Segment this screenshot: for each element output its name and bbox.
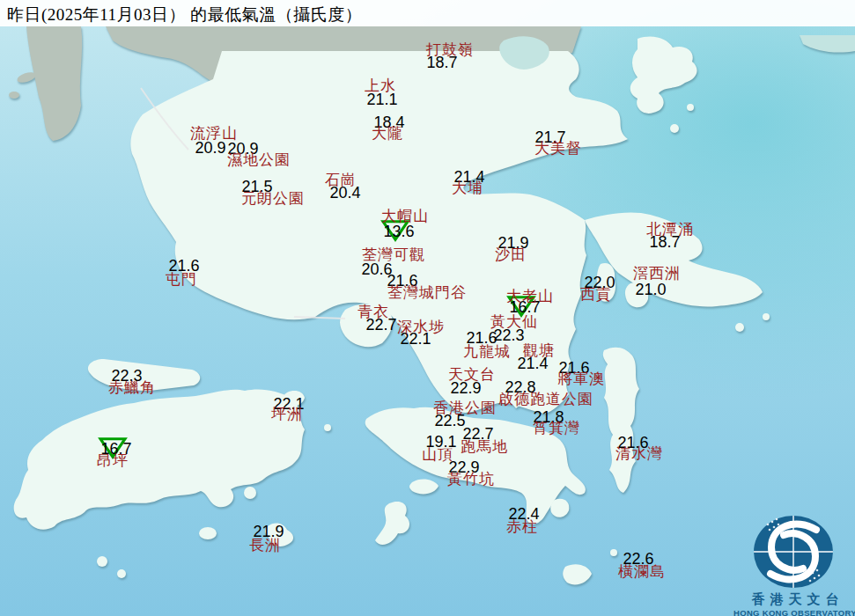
station-label: 屯門: [166, 269, 197, 290]
station-label: 大埔: [452, 178, 483, 198]
station-label: 西貢: [580, 284, 612, 304]
station-label: 上水: [365, 76, 396, 96]
station-label: 跑馬地: [461, 436, 508, 457]
station-label: 荃灣可觀: [362, 245, 425, 265]
station-label: 濕地公園: [227, 150, 291, 170]
station-label: 大美督: [534, 138, 582, 158]
station-label: 元朗公園: [241, 188, 305, 209]
station-label: 觀塘: [523, 341, 555, 361]
min-temperature-map: 昨日(2025年11月03日） 的最低氣溫（攝氏度） 18.7打鼓嶺21.1上水…: [0, 0, 855, 616]
station-label: 大老山: [506, 286, 554, 306]
station-label: 荃灣城門谷: [387, 282, 467, 303]
station-label: 沙田: [495, 245, 527, 265]
station-label: 北潭涌: [646, 219, 694, 239]
hko-emblem-spacer: [733, 514, 855, 590]
station-label: 昂坪: [97, 451, 129, 471]
map-title: 昨日(2025年11月03日） 的最低氣溫（攝氏度）: [7, 4, 362, 26]
station-label: 長洲: [249, 535, 281, 555]
station-label: 石崗: [325, 170, 357, 190]
stations-layer: 18.7打鼓嶺21.1上水18.4大隴20.9流浮山20.9濕地公園21.5元朗…: [0, 0, 855, 616]
station-label: 啟德跑道公園: [498, 389, 593, 409]
station-label: 筲箕灣: [533, 418, 580, 438]
station-label: 將軍澳: [557, 369, 605, 389]
station-label: 赤柱: [506, 517, 538, 537]
station-label: 橫瀾島: [618, 561, 666, 582]
hko-name-english: HONG KONG OBSERVATORY: [733, 608, 855, 616]
station-label: 深水埗: [397, 317, 445, 337]
hko-logo: 香港天文台 HONG KONG OBSERVATORY: [733, 514, 855, 616]
station-value: 21.0: [635, 281, 666, 299]
station-label: 青衣: [357, 302, 389, 322]
station-label: 坪洲: [271, 404, 303, 424]
station-label: 打鼓嶺: [426, 40, 474, 60]
station-label: 天文台: [448, 364, 496, 385]
station-label: 黃大仙: [490, 312, 538, 332]
title-bar: 昨日(2025年11月03日） 的最低氣溫（攝氏度）: [0, 0, 855, 26]
station-label: 大隴: [372, 123, 403, 143]
station-label: 大帽山: [381, 206, 429, 226]
station-label: 滘西洲: [633, 263, 681, 283]
station-label: 赤鱲角: [108, 378, 156, 398]
station-label: 香港公園: [433, 398, 497, 418]
station-label: 九龍城: [463, 341, 511, 362]
hko-name-chinese: 香港天文台: [733, 591, 855, 608]
station-label: 黃竹坑: [447, 469, 495, 489]
station-label: 清水灣: [615, 444, 663, 464]
